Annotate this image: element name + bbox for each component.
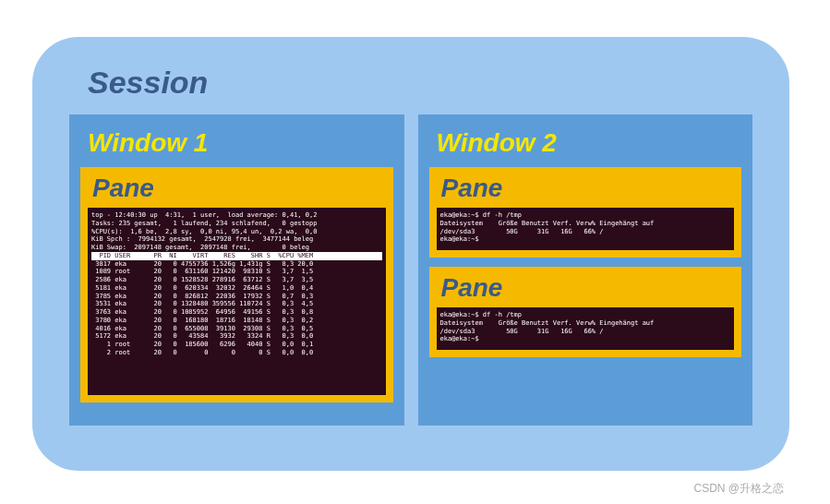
terminal-df-1: eka@eka:~$ df -h /tmp Dateisystem Größe … [437, 208, 735, 250]
window-1-pane-1: Pane top - 12:40:30 up 4:31, 1 user, loa… [80, 167, 393, 402]
top-header-row: PID USER PR NI VIRT RES SHR S %CPU %MEM [91, 252, 382, 260]
windows-row: Window 1 Pane top - 12:40:30 up 4:31, 1 … [60, 114, 762, 426]
session-title: Session [88, 65, 762, 101]
window-2-title: Window 2 [437, 128, 742, 158]
window-2: Window 2 Pane eka@eka:~$ df -h /tmp Date… [418, 114, 753, 426]
window-2-pane-2: Pane eka@eka:~$ df -h /tmp Dateisystem G… [429, 267, 742, 357]
top-summary: top - 12:40:30 up 4:31, 1 user, load ave… [91, 211, 317, 251]
watermark: CSDN @升格之恋 [693, 481, 784, 497]
top-process-rows: 3817 eka 20 0 4755736 1,526g 1,431g S 8,… [91, 260, 313, 356]
window-2-pane-1: Pane eka@eka:~$ df -h /tmp Dateisystem G… [429, 167, 742, 258]
window-1: Window 1 Pane top - 12:40:30 up 4:31, 1 … [69, 114, 404, 426]
pane-title: Pane [441, 174, 735, 203]
pane-title: Pane [441, 273, 735, 303]
terminal-df-2: eka@eka:~$ df -h /tmp Dateisystem Größe … [437, 307, 735, 350]
session-container: Session Window 1 Pane top - 12:40:30 up … [32, 37, 789, 471]
window-1-title: Window 1 [88, 128, 393, 158]
terminal-top: top - 12:40:30 up 4:31, 1 user, load ave… [88, 208, 386, 395]
pane-title: Pane [92, 174, 386, 203]
